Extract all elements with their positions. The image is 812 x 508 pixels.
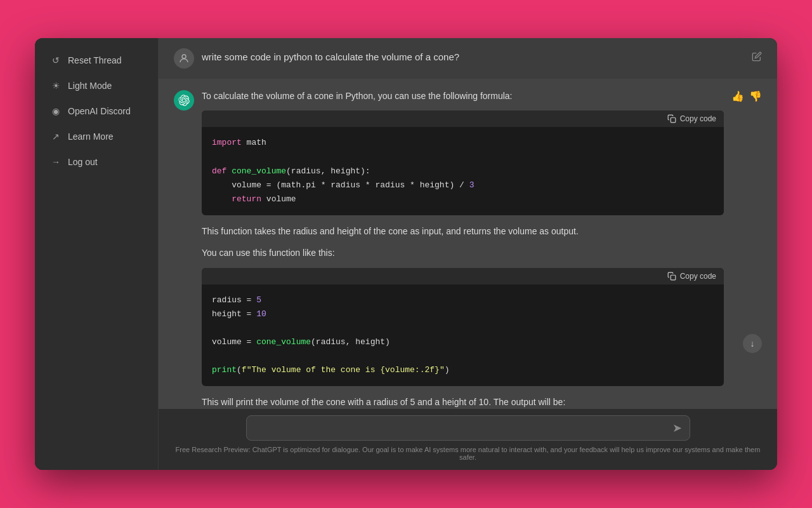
code-content-2: radius = 5 height = 10 volume = cone_vol… bbox=[202, 284, 724, 387]
thumbs-up-icon[interactable]: 👍 bbox=[731, 90, 744, 409]
ai-inner: To calculate the volume of a cone in Pyt… bbox=[174, 89, 762, 409]
ai-paragraph-1: This function takes the radius and heigh… bbox=[202, 224, 724, 238]
code-block-2-header: Copy code bbox=[202, 268, 724, 284]
app-window: ↺ Reset Thread ☀ Light Mode ◉ OpenAI Dis… bbox=[35, 38, 777, 470]
edit-icon[interactable] bbox=[752, 51, 762, 64]
ai-message-container: To calculate the volume of a cone in Pyt… bbox=[159, 79, 777, 409]
scroll-down-button[interactable]: ↓ bbox=[743, 334, 762, 353]
ai-scroll-area[interactable]: To calculate the volume of a cone in Pyt… bbox=[159, 79, 777, 409]
ai-content: To calculate the volume of a cone in Pyt… bbox=[202, 89, 724, 409]
logout-icon: → bbox=[50, 156, 62, 168]
sun-icon: ☀ bbox=[50, 80, 62, 91]
code-content-1: import math def cone_volume(radius, heig… bbox=[202, 127, 724, 215]
svg-rect-2 bbox=[671, 275, 676, 280]
chat-input[interactable] bbox=[254, 423, 672, 433]
sidebar-item-discord[interactable]: ◉ OpenAI Discord bbox=[40, 99, 153, 123]
sidebar-item-logout[interactable]: → Log out bbox=[40, 150, 153, 174]
ai-avatar bbox=[174, 90, 194, 110]
svg-rect-1 bbox=[671, 118, 676, 123]
footer-text: Free Research Preview: ChatGPT is optimi… bbox=[169, 446, 767, 461]
code-block-2: Copy code radius = 5 height = 10 volume … bbox=[202, 268, 724, 387]
ai-intro: To calculate the volume of a cone in Pyt… bbox=[202, 89, 724, 103]
sidebar-item-label: Light Mode bbox=[68, 81, 112, 91]
feedback-icons: 👍 👎 bbox=[731, 90, 762, 409]
input-area: ➤ Free Research Preview: ChatGPT is opti… bbox=[159, 409, 777, 470]
sidebar-item-label: Reset Thread bbox=[68, 55, 122, 65]
reset-icon: ↺ bbox=[50, 55, 62, 66]
copy-code-btn-1[interactable]: Copy code bbox=[667, 114, 716, 123]
sidebar-item-reset-thread[interactable]: ↺ Reset Thread bbox=[40, 48, 153, 72]
ai-paragraph-3: This will print the volume of the cone w… bbox=[202, 395, 724, 409]
send-button[interactable]: ➤ bbox=[672, 421, 682, 435]
user-message-row: write some code in python to calculate t… bbox=[159, 38, 777, 79]
input-row: ➤ bbox=[246, 415, 690, 441]
copy-code-btn-2[interactable]: Copy code bbox=[667, 272, 716, 281]
code-block-1-header: Copy code bbox=[202, 110, 724, 127]
sidebar-item-label: OpenAI Discord bbox=[68, 106, 131, 116]
sidebar-item-learn-more[interactable]: ↗ Learn More bbox=[40, 124, 153, 149]
svg-point-0 bbox=[182, 55, 186, 58]
main-content: write some code in python to calculate t… bbox=[159, 38, 777, 470]
sidebar: ↺ Reset Thread ☀ Light Mode ◉ OpenAI Dis… bbox=[35, 38, 159, 470]
sidebar-item-label: Log out bbox=[68, 157, 98, 167]
sidebar-item-label: Learn More bbox=[68, 131, 114, 142]
user-avatar bbox=[174, 48, 194, 69]
external-link-icon: ↗ bbox=[50, 131, 62, 142]
user-message-text: write some code in python to calculate t… bbox=[202, 48, 744, 62]
code-block-1: Copy code import math def cone_volume(ra… bbox=[202, 110, 724, 215]
ai-paragraph-2: You can use this function like this: bbox=[202, 246, 724, 260]
discord-icon: ◉ bbox=[50, 105, 62, 117]
sidebar-item-light-mode[interactable]: ☀ Light Mode bbox=[40, 74, 153, 98]
thumbs-down-icon[interactable]: 👎 bbox=[749, 90, 762, 409]
